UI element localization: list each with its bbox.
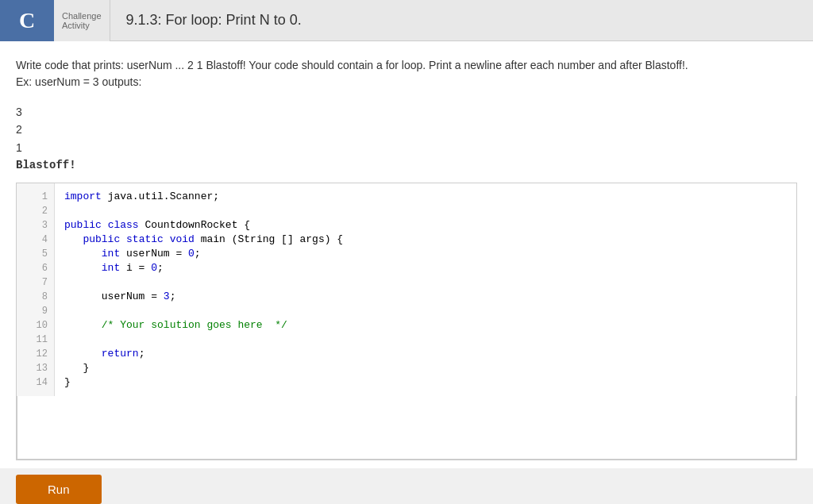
- line-numbers: 1 2 3 4 5 6 7 8 9 10 11 12 13 14: [17, 183, 55, 396]
- code-area: 1 2 3 4 5 6 7 8 9 10 11 12 13 14 import …: [17, 183, 796, 396]
- code-line-2: [64, 204, 787, 218]
- main-description: Write code that prints: userNum ... 2 1 …: [16, 59, 688, 71]
- code-line-4: public static void main (String [] args)…: [64, 233, 787, 247]
- code-spacer: [17, 396, 796, 460]
- line-num-1: 1: [17, 190, 54, 204]
- page-title: 9.1.3: For loop: Print N to 0.: [110, 12, 318, 29]
- output-line1: 3: [16, 103, 797, 121]
- output-blastoff: Blastoff!: [16, 156, 797, 174]
- example-label: Ex: userNum = 3 outputs:: [16, 75, 141, 88]
- logo-block: C: [0, 0, 54, 41]
- code-line-7: [64, 275, 787, 290]
- code-line-5: int userNum = 0;: [64, 247, 787, 261]
- code-line-11: [64, 333, 787, 347]
- output-line2: 2: [16, 121, 797, 138]
- line-num-2: 2: [17, 204, 54, 218]
- line-num-8: 8: [17, 290, 54, 304]
- challenge-line2: Activity: [62, 21, 102, 30]
- example-output: 3 2 1 Blastoff!: [16, 103, 797, 175]
- code-content[interactable]: import java.util.Scanner; public class C…: [55, 183, 796, 396]
- line-num-5: 5: [17, 247, 54, 261]
- line-num-10: 10: [17, 318, 54, 333]
- line-num-13: 13: [17, 361, 54, 375]
- logo-letter: C: [19, 8, 35, 33]
- line-num-4: 4: [17, 233, 54, 247]
- run-button[interactable]: Run: [16, 475, 102, 504]
- code-line-8: userNum = 3;: [64, 290, 787, 304]
- code-line-13: }: [64, 361, 787, 375]
- challenge-label: Challenge Activity: [54, 0, 110, 41]
- code-line-1: import java.util.Scanner;: [64, 190, 787, 204]
- code-line-6: int i = 0;: [64, 261, 787, 275]
- bottom-bar: Run: [0, 468, 813, 504]
- main-content: Write code that prints: userNum ... 2 1 …: [0, 41, 813, 468]
- line-num-6: 6: [17, 261, 54, 275]
- output-line3: 1: [16, 139, 797, 156]
- code-line-3: public class CountdownRocket {: [64, 218, 787, 233]
- code-line-9: [64, 304, 787, 318]
- line-num-14: 14: [17, 375, 54, 390]
- line-num-7: 7: [17, 275, 54, 290]
- code-line-10: /* Your solution goes here */: [64, 318, 787, 333]
- challenge-line1: Challenge: [62, 11, 102, 21]
- line-num-11: 11: [17, 333, 54, 347]
- code-line-12: return;: [64, 347, 787, 361]
- line-num-9: 9: [17, 304, 54, 318]
- code-editor[interactable]: 1 2 3 4 5 6 7 8 9 10 11 12 13 14 import …: [16, 183, 797, 460]
- line-num-3: 3: [17, 218, 54, 233]
- description-text: Write code that prints: userNum ... 2 1 …: [16, 57, 797, 90]
- code-line-14: }: [64, 375, 787, 390]
- header: C Challenge Activity 9.1.3: For loop: Pr…: [0, 0, 813, 41]
- line-num-12: 12: [17, 347, 54, 361]
